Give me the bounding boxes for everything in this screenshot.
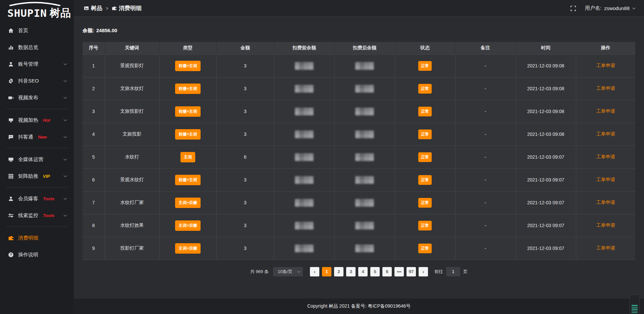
work-order-link[interactable]: 工单申请 [596, 245, 615, 251]
work-order-link[interactable]: 工单申请 [596, 222, 615, 228]
next-page-button[interactable]: › [419, 267, 428, 276]
page-button[interactable]: 3 [346, 267, 356, 276]
cell-remark: - [455, 77, 516, 100]
footer: Copyright 树品 2021 备案号: 粤ICP备09019646号 [74, 299, 644, 314]
cell-remark: - [455, 54, 516, 77]
page-button[interactable]: 6 [382, 267, 392, 276]
cell-action: 工单申请 [576, 146, 635, 168]
ellipsis-button[interactable]: ••• [394, 267, 404, 276]
mini-widget[interactable] [630, 295, 640, 314]
page-size-select[interactable]: 10条/页 [273, 267, 303, 276]
prev-page-button[interactable]: ‹ [310, 267, 319, 276]
sidebar-item-account-management[interactable]: 账号管理 [0, 56, 74, 72]
cell-type: 前缀+主词 [159, 168, 216, 191]
main-column: 树品 > 消费明细 用户名: zswodun88 [74, 0, 644, 314]
sidebar-item-operation-guide[interactable]: ? 操作说明 [0, 246, 74, 263]
cell-balance-before [274, 191, 334, 214]
cell-type: 前缀+主词 [159, 100, 216, 123]
sidebar-item-video-heating[interactable]: 视频加热 Hot [0, 112, 74, 128]
work-order-link[interactable]: 工单申请 [596, 131, 615, 137]
chevron-down-icon [64, 79, 67, 82]
balance-label: 余额: [83, 28, 94, 33]
cell-amount: 3 [216, 54, 274, 77]
breadcrumb-item-page[interactable]: 消费明细 [112, 4, 142, 12]
page-button-active[interactable]: 1 [322, 267, 331, 276]
user-icon [8, 61, 14, 67]
chevron-down-icon [64, 174, 67, 177]
cell-balance-before [274, 214, 334, 237]
goto-page-input[interactable] [446, 267, 460, 276]
sidebar-item-member-baoke[interactable]: 会员爆客 Tools [0, 190, 74, 207]
sidebar: SHUPIN 树品 首页 数据总览 账号管理 抖音SEO [0, 0, 74, 314]
redacted-value [355, 153, 374, 161]
pager-pages: ‹123456•••97› [310, 267, 428, 276]
work-order-link[interactable]: 工单申请 [596, 108, 615, 114]
breadcrumb-separator: > [106, 6, 108, 11]
breadcrumb-item-app[interactable]: 树品 [84, 4, 102, 12]
page-button[interactable]: 4 [358, 267, 368, 276]
work-order-link[interactable]: 工单申请 [596, 154, 615, 159]
cell-amount: 3 [216, 237, 274, 260]
sidebar-item-all-media-operation[interactable]: 全媒体运营 [0, 151, 74, 168]
sidebar-item-label: 抖音SEO [18, 78, 39, 84]
sidebar-item-label: 视频发布 [18, 95, 38, 101]
redacted-value [295, 222, 314, 229]
work-order-link[interactable]: 工单申请 [596, 200, 615, 205]
sidebar-item-video-publish[interactable]: 视频发布 [0, 89, 74, 106]
sidebar-item-data-overview[interactable]: 数据总览 [0, 39, 74, 56]
cell-remark: - [455, 191, 516, 214]
table-row: 3文旅投影灯前缀+主词3正常-2021-12-03 09:08工单申请 [83, 100, 635, 123]
status-tag: 正常 [418, 198, 432, 208]
work-order-link[interactable]: 工单申请 [596, 86, 615, 91]
type-tag: 前缀+主词 [175, 84, 200, 94]
sidebar-divider [6, 187, 68, 188]
app-icon [84, 6, 89, 11]
redacted-value [355, 130, 374, 138]
wallet-icon [112, 6, 117, 11]
cell-balance-after [334, 54, 395, 77]
col-type: 类型 [159, 42, 216, 54]
chevron-down-icon [64, 96, 67, 99]
sidebar-item-doukettong[interactable]: 抖客通 New [0, 128, 74, 145]
app-logo: SHUPIN 树品 [0, 0, 74, 20]
work-order-link[interactable]: 工单申请 [596, 177, 615, 182]
page-button[interactable]: 97 [407, 267, 416, 276]
user-dropdown[interactable]: 用户名: zswodun88 [585, 5, 635, 11]
page-button[interactable]: 5 [370, 267, 380, 276]
cell-seq: 3 [83, 100, 105, 123]
cell-balance-before [274, 146, 334, 168]
sidebar-item-consumption-detail[interactable]: 消费明细 [0, 229, 74, 246]
redacted-value [355, 222, 374, 229]
sidebar-item-label: 账号管理 [18, 61, 38, 67]
cell-action: 工单申请 [576, 168, 635, 191]
work-order-link[interactable]: 工单申请 [596, 63, 615, 68]
monitor-icon [8, 157, 14, 162]
table-row: 6景观水纹灯前缀+主词3正常-2021-12-03 09:07工单申请 [83, 168, 635, 191]
cell-time: 2021-12-03 09:07 [516, 191, 576, 214]
goto-suffix: 页 [463, 269, 468, 275]
page-button[interactable]: 2 [334, 267, 343, 276]
cell-status: 正常 [395, 214, 455, 237]
redacted-value [355, 108, 374, 115]
sidebar-item-lead-monitoring[interactable]: 线索监控 Tools [0, 207, 74, 224]
cell-balance-after [334, 191, 395, 214]
col-balance-after: 扣费后余额 [334, 42, 395, 54]
type-tag: 主词 [180, 152, 195, 162]
cell-seq: 8 [83, 214, 105, 237]
fullscreen-icon[interactable] [570, 5, 576, 11]
col-action: 操作 [576, 42, 635, 54]
sidebar-item-matrix-boost[interactable]: 矩阵助推 VIP [0, 168, 74, 185]
pagination: 共 969 条 10条/页 ‹123456•••97› 前往 页 [83, 267, 635, 276]
cell-seq: 4 [83, 123, 105, 146]
screen-icon [8, 117, 14, 123]
chevron-down-icon [632, 6, 636, 9]
sidebar-item-home[interactable]: 首页 [0, 22, 74, 39]
sidebar-nav: 首页 数据总览 账号管理 抖音SEO 视频发布 [0, 20, 74, 263]
cell-action: 工单申请 [576, 100, 635, 123]
cell-time: 2021-12-03 09:08 [516, 123, 576, 146]
sidebar-item-douyin-seo[interactable]: 抖音SEO [0, 72, 74, 89]
cell-balance-after [334, 123, 395, 146]
cell-action: 工单申请 [576, 77, 635, 100]
chevron-down-icon [64, 135, 67, 138]
user-area: 用户名: zswodun88 [570, 5, 635, 11]
